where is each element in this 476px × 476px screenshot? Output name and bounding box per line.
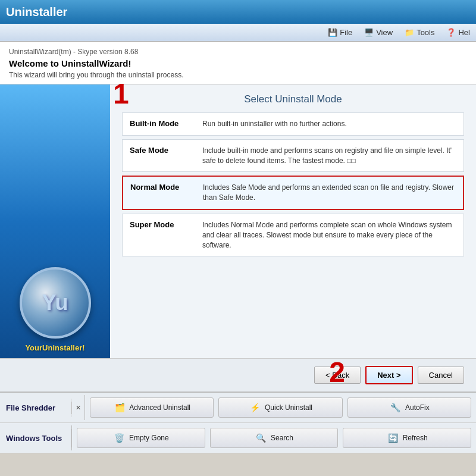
content-section: Yu YourUninstaller! Select Uninstall Mod… [0,84,476,358]
step2-label: 2 [329,356,345,389]
mode-desc-normal: Includes Safe Mode and performs an exten… [203,183,456,203]
mode-row-safe[interactable]: Safe Mode Include built-in mode and perf… [122,139,464,173]
cancel-button[interactable]: Cancel [418,367,464,384]
mode-desc-builtin: Run built-in uninstaller with no further… [202,119,347,129]
wizard-header: UninstallWizard(tm) - Skype version 8.68… [0,42,476,84]
quick-uninstall-button[interactable]: ⚡ Quick Uninstall [218,397,342,418]
logo-circle: Yu [20,267,91,339]
toolbar-row-windowstools: Windows Tools 🗑️ Empty Gone 🔍 Search 🔄 R… [0,425,476,450]
quick-uninstall-icon: ⚡ [249,401,262,414]
step1-label: 1 [113,77,129,110]
sidebar-label-windowstools: Windows Tools [0,429,71,447]
app-title: Uninstaller [6,5,67,19]
empty-gone-button[interactable]: 🗑️ Empty Gone [77,428,205,448]
wizard-subtitle: UninstallWizard(tm) - Skype version 8.68 [9,48,467,56]
bottom-toolbar: File Shredder ✕ 🗂️ Advanced Uninstall ⚡ … [0,392,476,453]
mode-name-normal: Normal Mode [130,183,196,203]
mode-name-safe: Safe Mode [130,146,195,166]
mode-row-normal[interactable]: Normal Mode Includes Safe Mode and perfo… [122,176,464,210]
next-button[interactable]: Next > [365,366,412,384]
view-icon: 🖥️ [364,28,374,37]
close-fileshredder[interactable]: ✕ [71,402,84,414]
mode-title: Select Uninstall Mode [122,93,464,105]
refresh-button[interactable]: 🔄 Refresh [343,428,471,448]
menu-tools[interactable]: 📁 Tools [405,28,434,37]
advanced-uninstall-button[interactable]: 🗂️ Advanced Uninstall [90,397,214,418]
file-icon: 💾 [328,28,337,37]
mode-row-super[interactable]: Super Mode Includes Normal Mode and perf… [122,214,464,256]
wizard-description: This wizard will bring you through the u… [9,71,467,79]
menu-bar: 💾 File 🖥️ View 📁 Tools ❓ Hel [0,24,476,42]
mode-desc-super: Includes Normal Mode and performs comple… [202,220,456,250]
fileshredder-buttons: 🗂️ Advanced Uninstall ⚡ Quick Uninstall … [85,395,476,420]
search-button[interactable]: 🔍 Search [210,428,339,448]
autofix-button[interactable]: 🔧 AutoFix [347,397,471,418]
logo-text: Yu [42,290,68,315]
right-panel: Select Uninstall Mode Built-in Mode Run … [110,84,476,358]
menu-file[interactable]: 💾 File [328,28,352,37]
mode-name-super: Super Mode [130,220,195,250]
help-icon: ❓ [446,28,456,37]
button-row: < Back Next > Cancel [0,358,476,392]
title-bar: Uninstaller [0,0,476,24]
windowstools-buttons: 🗑️ Empty Gone 🔍 Search 🔄 Refresh [72,425,476,450]
advanced-uninstall-icon: 🗂️ [113,401,126,414]
empty-gone-icon: 🗑️ [113,431,126,444]
main-area: UninstallWizard(tm) - Skype version 8.68… [0,42,476,392]
menu-view[interactable]: 🖥️ View [364,28,393,37]
left-panel: Yu YourUninstaller! [0,84,110,358]
toolbar-row-fileshredder: File Shredder ✕ 🗂️ Advanced Uninstall ⚡ … [0,395,476,420]
mode-row-builtin[interactable]: Built-in Mode Run built-in uninstaller w… [122,112,464,136]
mode-desc-safe: Include built-in mode and performs scans… [202,146,456,166]
tools-icon: 📁 [405,28,414,37]
sidebar-label-fileshredder: File Shredder [0,399,71,417]
refresh-icon: 🔄 [387,431,400,444]
toolbar-section-fileshredder: File Shredder ✕ 🗂️ Advanced Uninstall ⚡ … [0,393,476,423]
wizard-welcome-title: Welcome to UninstallWizard! [9,58,467,68]
autofix-icon: 🔧 [389,401,402,414]
search-icon: 🔍 [255,431,268,444]
mode-name-builtin: Built-in Mode [130,119,195,129]
logo-brand: YourUninstaller! [25,343,84,352]
toolbar-section-windowstools: Windows Tools 🗑️ Empty Gone 🔍 Search 🔄 R… [0,423,476,453]
menu-help[interactable]: ❓ Hel [446,28,470,37]
